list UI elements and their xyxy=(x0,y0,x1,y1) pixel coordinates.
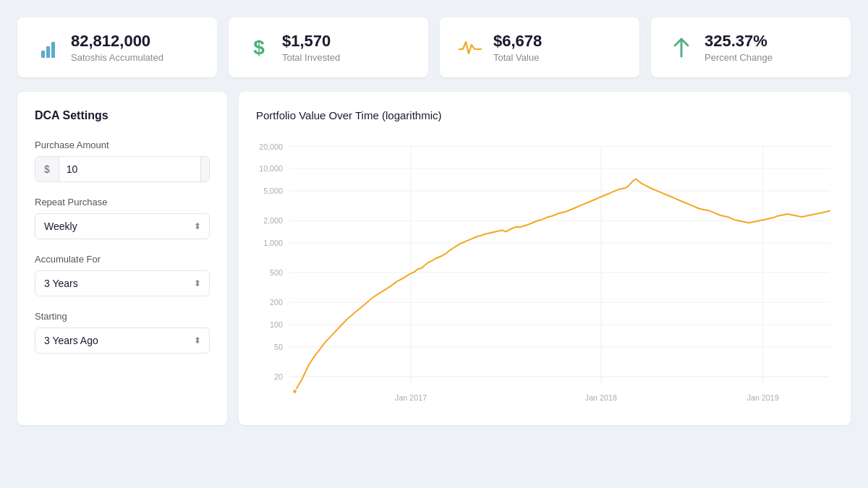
svg-text:1,000: 1,000 xyxy=(263,239,283,247)
satoshis-label: Satoshis Accumulated xyxy=(71,52,163,63)
repeat-purchase-group: Repeat Purchase Daily Weekly Monthly ⬍ xyxy=(35,197,210,239)
invested-label: Total Invested xyxy=(282,52,340,63)
svg-text:10,000: 10,000 xyxy=(259,165,283,174)
svg-text:100: 100 xyxy=(270,320,283,329)
percent-change-value: 325.37% xyxy=(705,32,773,51)
satoshis-card: 82,812,000 Satoshis Accumulated xyxy=(17,17,217,77)
main-area: DCA Settings Purchase Amount $ .00 Repea… xyxy=(17,92,851,425)
purchase-amount-label: Purchase Amount xyxy=(35,140,210,150)
svg-text:2,000: 2,000 xyxy=(263,216,283,225)
repeat-purchase-select[interactable]: Daily Weekly Monthly xyxy=(35,213,210,239)
repeat-purchase-select-wrapper: Daily Weekly Monthly ⬍ xyxy=(35,213,210,239)
percent-change-label: Percent Change xyxy=(705,52,773,63)
chart-container: 20,000 10,000 5,000 2,000 1,000 500 200 … xyxy=(256,133,833,408)
bar-chart-icon xyxy=(35,35,61,61)
dollar-icon: $ xyxy=(246,35,272,61)
total-value-label: Total Value xyxy=(493,52,542,63)
svg-text:Jan 2017: Jan 2017 xyxy=(395,393,427,402)
portfolio-chart: 20,000 10,000 5,000 2,000 1,000 500 200 … xyxy=(256,133,833,408)
total-value-value: $6,678 xyxy=(493,32,542,51)
svg-point-26 xyxy=(293,390,297,394)
purchase-amount-field[interactable] xyxy=(59,157,200,181)
satoshis-value: 82,812,000 xyxy=(71,32,163,51)
svg-text:Jan 2018: Jan 2018 xyxy=(585,393,617,402)
starting-label: Starting xyxy=(35,311,210,322)
total-value-card: $6,678 Total Value xyxy=(440,17,639,77)
settings-title: DCA Settings xyxy=(35,109,210,122)
accumulate-select-wrapper: 1 Year 2 Years 3 Years 4 Years 5 Years ⬍ xyxy=(35,270,210,296)
svg-text:5,000: 5,000 xyxy=(263,187,283,195)
purchase-prefix: $ xyxy=(35,157,59,181)
svg-text:20,000: 20,000 xyxy=(259,142,283,151)
purchase-suffix: .00 xyxy=(200,157,210,181)
invested-value: $1,570 xyxy=(282,32,340,51)
svg-text:Jan 2019: Jan 2019 xyxy=(747,393,779,402)
purchase-amount-group: Purchase Amount $ .00 xyxy=(35,140,210,182)
accumulate-for-label: Accumulate For xyxy=(35,254,210,265)
repeat-purchase-label: Repeat Purchase xyxy=(35,197,210,207)
invested-card: $ $1,570 Total Invested xyxy=(229,17,428,77)
starting-select-wrapper: 1 Year Ago 2 Years Ago 3 Years Ago 4 Yea… xyxy=(35,328,210,354)
svg-text:200: 200 xyxy=(270,298,283,307)
arrow-up-icon xyxy=(668,35,694,61)
svg-text:50: 50 xyxy=(274,343,283,351)
chart-title: Portfolio Value Over Time (logarithmic) xyxy=(256,109,833,121)
settings-panel: DCA Settings Purchase Amount $ .00 Repea… xyxy=(17,92,227,425)
accumulate-for-group: Accumulate For 1 Year 2 Years 3 Years 4 … xyxy=(35,254,210,296)
percent-change-card: 325.37% Percent Change xyxy=(651,17,851,77)
starting-group: Starting 1 Year Ago 2 Years Ago 3 Years … xyxy=(35,311,210,354)
activity-icon xyxy=(457,35,483,61)
purchase-amount-input-wrapper: $ .00 xyxy=(35,156,210,182)
chart-panel: Portfolio Value Over Time (logarithmic) … xyxy=(239,92,851,425)
svg-text:500: 500 xyxy=(270,268,283,277)
svg-text:20: 20 xyxy=(274,372,283,381)
accumulate-for-select[interactable]: 1 Year 2 Years 3 Years 4 Years 5 Years xyxy=(35,270,210,296)
stat-cards-row: 82,812,000 Satoshis Accumulated $ $1,570… xyxy=(17,17,851,77)
starting-select[interactable]: 1 Year Ago 2 Years Ago 3 Years Ago 4 Yea… xyxy=(35,328,210,354)
